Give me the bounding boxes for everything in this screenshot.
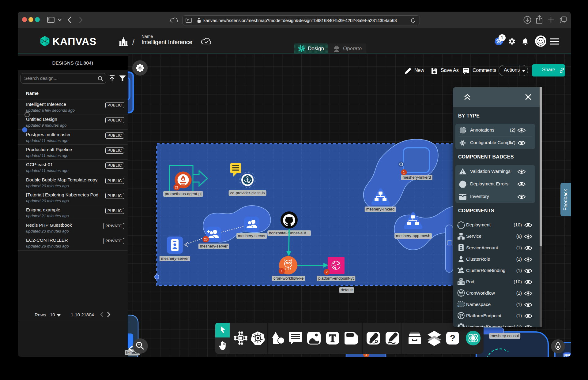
svg-text:20: 20	[204, 238, 208, 241]
svg-text:1: 1	[403, 171, 405, 174]
svg-text:?: ?	[450, 333, 455, 343]
svg-text:21: 21	[175, 186, 179, 189]
svg-text:1: 1	[281, 269, 283, 273]
svg-text:2: 2	[326, 270, 328, 274]
